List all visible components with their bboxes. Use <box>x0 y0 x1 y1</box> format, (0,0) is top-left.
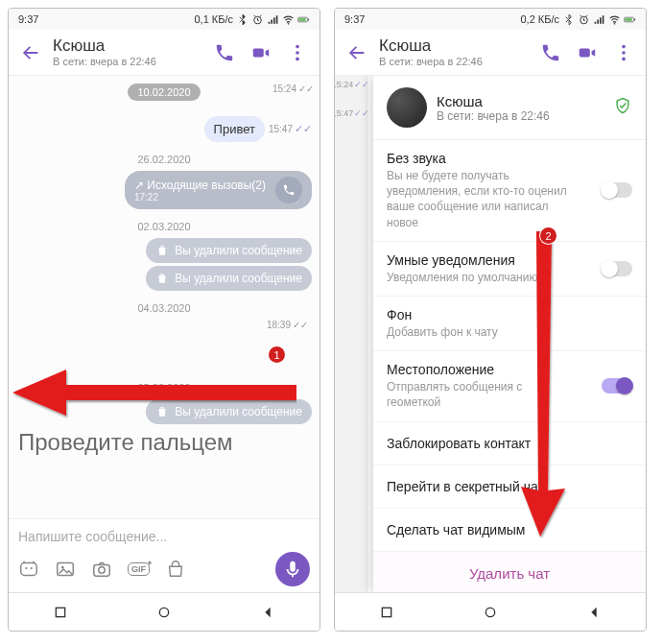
chat-body: 10.02.2020 15:24✓✓ Привет 15:47✓✓ 26.02.… <box>9 76 320 518</box>
delete-chat[interactable]: Удалить чат <box>373 551 646 593</box>
status-bar: 9:37 0,2 КБ/с <box>335 9 646 30</box>
svg-rect-28 <box>382 608 391 616</box>
date-label: 26.02.2020 <box>16 154 312 165</box>
chat-peek-strip: 15:24✓✓ 15:47✓✓ <box>335 76 367 592</box>
secret-chat[interactable]: Перейти в секретный чат <box>373 465 646 509</box>
deleted-message: Вы удалили сообщение <box>146 399 312 424</box>
profile-name: Ксюша <box>437 93 550 109</box>
gallery-icon[interactable] <box>55 559 76 580</box>
signal-icon <box>267 13 279 26</box>
call-log-bubble[interactable]: ↗ Исходящие вызовы(2) 17:22 <box>125 171 312 209</box>
contact-name: Ксюша <box>379 36 529 56</box>
back-button[interactable] <box>16 38 45 67</box>
status-time: 9:37 <box>344 13 365 25</box>
chat-info-panel: Ксюша В сети: вчера в 22:46 Без звука Вы… <box>373 76 646 592</box>
status-right: 0,2 КБ/с <box>520 13 636 26</box>
message-time: 15:24✓✓ <box>272 83 314 94</box>
svg-rect-16 <box>290 561 296 572</box>
back-button[interactable] <box>343 38 371 67</box>
svg-rect-4 <box>308 18 309 20</box>
nav-recent[interactable] <box>51 603 70 622</box>
peek-time: 15:47✓✓ <box>335 108 367 118</box>
svg-rect-3 <box>298 18 305 21</box>
status-bar: 9:37 0,1 КБ/с <box>9 9 320 30</box>
phone-left: 9:37 0,1 КБ/с Ксюша В сети: вчера в 22:4… <box>8 8 320 632</box>
callback-button[interactable] <box>275 177 302 203</box>
nav-home[interactable] <box>481 603 500 622</box>
svg-rect-24 <box>580 48 590 57</box>
svg-point-26 <box>622 51 626 55</box>
status-right: 0,1 КБ/с <box>194 13 310 26</box>
alarm-icon <box>578 13 590 26</box>
message-input[interactable]: Напишите сообщение... <box>18 525 310 552</box>
camera-icon[interactable] <box>91 559 112 580</box>
chat-header: Ксюша В сети: вчера в 22:46 <box>335 30 646 76</box>
svg-point-1 <box>288 23 290 25</box>
shop-icon[interactable] <box>165 559 186 580</box>
date-chip: 10.02.2020 <box>16 85 312 99</box>
setting-mute[interactable]: Без звука Вы не будете получать уведомле… <box>373 140 646 242</box>
video-button[interactable] <box>573 38 602 67</box>
sticker-icon[interactable] <box>18 559 39 580</box>
svg-point-15 <box>99 567 105 573</box>
smart-toggle[interactable] <box>602 261 632 276</box>
header-title[interactable]: Ксюша В сети: вчера в 22:46 <box>53 36 202 67</box>
message-time: 18:39✓✓ <box>16 320 308 330</box>
svg-point-6 <box>296 44 299 48</box>
svg-point-25 <box>622 44 626 48</box>
more-button[interactable] <box>283 38 312 67</box>
svg-point-7 <box>296 51 299 55</box>
nav-back[interactable] <box>584 603 604 622</box>
svg-point-10 <box>25 567 27 569</box>
svg-point-18 <box>159 608 168 616</box>
wifi-icon <box>608 13 621 26</box>
nav-back[interactable] <box>258 603 277 622</box>
location-toggle[interactable] <box>602 378 632 394</box>
svg-rect-17 <box>56 608 64 616</box>
setting-background[interactable]: Фон Добавить фон к чату <box>373 297 646 351</box>
date-label: 04.03.2020 <box>16 302 312 314</box>
svg-point-27 <box>622 57 626 60</box>
contact-status: В сети: вчера в 22:46 <box>53 56 202 68</box>
make-chat-visible[interactable]: Сделать чат видимым <box>373 509 646 551</box>
battery-icon <box>624 13 636 26</box>
profile-status: В сети: вчера в 22:46 <box>437 109 550 123</box>
avatar <box>387 87 427 128</box>
call-button[interactable] <box>536 38 565 67</box>
contact-status: В сети: вчера в 22:46 <box>379 56 529 68</box>
peek-time: 15:24✓✓ <box>335 80 367 89</box>
header-title[interactable]: Ксюша В сети: вчера в 22:46 <box>379 36 529 67</box>
swipe-hint-text: Проведите пальцем <box>18 429 233 456</box>
block-contact[interactable]: Заблокировать контакт <box>373 422 646 465</box>
marker-1: 1 <box>269 346 285 363</box>
message-bubble[interactable]: Привет <box>204 116 265 142</box>
contact-name: Ксюша <box>53 36 202 56</box>
voice-button[interactable] <box>275 552 310 586</box>
more-button[interactable] <box>609 38 638 67</box>
verified-shield-icon <box>613 96 632 119</box>
message-time: 15:47✓✓ <box>269 123 312 135</box>
marker-2: 2 <box>540 227 556 244</box>
setting-location[interactable]: Местоположение Отправлять сообщения с ге… <box>373 351 646 421</box>
chat-header: Ксюша В сети: вчера в 22:46 <box>9 30 320 76</box>
nav-recent[interactable] <box>377 603 396 622</box>
info-body: 15:24✓✓ 15:47✓✓ Ксюша В сети: вчера в 22… <box>335 76 646 592</box>
video-button[interactable] <box>247 38 275 67</box>
svg-rect-22 <box>625 18 631 21</box>
gif-button[interactable]: GIF✦ <box>128 562 150 576</box>
status-time: 9:37 <box>18 13 38 25</box>
signal-icon <box>593 13 605 26</box>
setting-smart-notifications[interactable]: Умные уведомления Уведомления по умолчан… <box>373 242 646 297</box>
battery-icon <box>297 13 310 26</box>
date-label: 05.03.2020 <box>16 382 312 394</box>
svg-point-20 <box>614 23 616 25</box>
svg-rect-23 <box>634 18 635 20</box>
svg-rect-9 <box>21 563 37 576</box>
wifi-icon <box>282 13 295 26</box>
call-button[interactable] <box>210 38 239 67</box>
profile-row[interactable]: Ксюша В сети: вчера в 22:46 <box>373 76 646 140</box>
svg-rect-5 <box>253 48 264 57</box>
mute-toggle[interactable] <box>602 182 632 198</box>
nav-home[interactable] <box>154 603 174 622</box>
svg-point-29 <box>485 608 494 616</box>
